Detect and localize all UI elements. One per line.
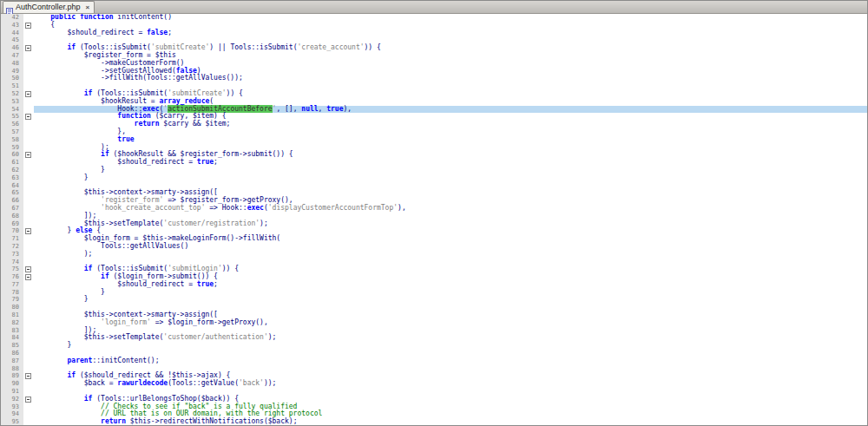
line-number[interactable]: 56	[1, 121, 23, 128]
fold-collapse-icon[interactable]	[25, 152, 31, 158]
code-line[interactable]: 72 Tools::getAllValues()	[1, 243, 867, 251]
line-number[interactable]: 59	[1, 144, 23, 152]
fold-marker[interactable]	[23, 372, 34, 380]
line-number[interactable]: 88	[1, 365, 23, 373]
line-number[interactable]: 81	[1, 311, 23, 319]
line-number[interactable]: 85	[1, 342, 23, 350]
line-number[interactable]: 69	[1, 220, 23, 228]
fold-collapse-icon[interactable]	[25, 23, 31, 29]
fold-marker[interactable]	[23, 151, 34, 159]
code-line[interactable]: 42 public function initContent()	[1, 14, 867, 22]
code-line[interactable]: 82 'login_form' => $login_form->getProxy…	[1, 319, 867, 327]
code-line[interactable]: 95 return $this->redirectWithNotificatio…	[1, 418, 867, 425]
code-line[interactable]: 90 $back = rawurldecode(Tools::getValue(…	[1, 380, 867, 388]
line-number[interactable]: 57	[1, 128, 23, 136]
fold-collapse-icon[interactable]	[25, 397, 31, 403]
line-number[interactable]: 89	[1, 372, 23, 380]
line-number[interactable]: 94	[1, 410, 23, 418]
line-number[interactable]: 42	[1, 14, 23, 22]
line-number[interactable]: 48	[1, 60, 23, 68]
line-number[interactable]: 74	[1, 259, 23, 266]
code-editor[interactable]: 42 public function initContent()43 {44 $…	[1, 14, 867, 425]
fold-collapse-icon[interactable]	[25, 373, 31, 379]
line-number[interactable]: 45	[1, 36, 23, 44]
line-number[interactable]: 68	[1, 213, 23, 220]
line-number[interactable]: 87	[1, 357, 23, 365]
line-number[interactable]: 84	[1, 334, 23, 342]
line-number[interactable]: 46	[1, 44, 23, 52]
fold-margin	[23, 342, 34, 350]
line-number[interactable]: 70	[1, 227, 23, 235]
fold-marker[interactable]	[23, 265, 34, 273]
line-number[interactable]: 92	[1, 396, 23, 403]
code-line[interactable]: 58 true	[1, 136, 867, 144]
line-number[interactable]: 54	[1, 106, 23, 114]
fold-marker[interactable]	[23, 44, 34, 52]
fold-marker[interactable]	[23, 22, 34, 29]
line-number[interactable]: 65	[1, 189, 23, 197]
code-line[interactable]: 79 }	[1, 296, 867, 304]
code-line[interactable]: 63 }	[1, 174, 867, 182]
fold-marker[interactable]	[23, 396, 34, 403]
fold-marker[interactable]	[23, 90, 34, 98]
line-number[interactable]: 47	[1, 52, 23, 60]
tab-authcontroller[interactable]: AuthController.php ×	[3, 1, 95, 13]
fold-marker[interactable]	[23, 113, 34, 121]
line-number[interactable]: 44	[1, 29, 23, 37]
line-number[interactable]: 61	[1, 159, 23, 167]
fold-collapse-icon[interactable]	[25, 274, 31, 280]
line-number[interactable]: 75	[1, 265, 23, 273]
code-line[interactable]: 56 return $carry && $item;	[1, 121, 867, 128]
line-number[interactable]: 90	[1, 380, 23, 388]
line-number[interactable]: 86	[1, 350, 23, 357]
line-number[interactable]: 64	[1, 182, 23, 190]
line-number[interactable]: 55	[1, 113, 23, 121]
code-line[interactable]: 62 }	[1, 167, 867, 174]
line-number[interactable]: 76	[1, 273, 23, 281]
line-number[interactable]: 78	[1, 289, 23, 297]
code-line[interactable]: 73 );	[1, 251, 867, 259]
code-line[interactable]: 78 }	[1, 289, 867, 297]
fold-collapse-icon[interactable]	[25, 266, 31, 272]
line-number[interactable]: 77	[1, 281, 23, 289]
code-line[interactable]: 61 $should_redirect = true;	[1, 159, 867, 167]
line-number[interactable]: 60	[1, 151, 23, 159]
fold-collapse-icon[interactable]	[25, 45, 31, 51]
line-number[interactable]: 43	[1, 22, 23, 29]
line-number[interactable]: 50	[1, 75, 23, 82]
line-number[interactable]: 66	[1, 197, 23, 205]
line-number[interactable]: 63	[1, 174, 23, 182]
line-number[interactable]: 53	[1, 98, 23, 106]
code-line[interactable]: 87 parent::initContent();	[1, 357, 867, 365]
line-number[interactable]: 83	[1, 327, 23, 335]
fold-collapse-icon[interactable]	[25, 91, 31, 97]
line-number[interactable]: 73	[1, 251, 23, 259]
code-line[interactable]: 69 $this->setTemplate('customer/registra…	[1, 220, 867, 228]
line-number[interactable]: 58	[1, 136, 23, 144]
code-line[interactable]: 84 $this->setTemplate('customer/authenti…	[1, 334, 867, 342]
line-number[interactable]: 71	[1, 235, 23, 243]
line-number[interactable]: 67	[1, 205, 23, 213]
code-line[interactable]: 77 $should_redirect = true;	[1, 281, 867, 289]
code-line[interactable]: 50 ->fillWith(Tools::getAllValues());	[1, 75, 867, 82]
line-number[interactable]: 52	[1, 90, 23, 98]
code-token	[34, 135, 117, 143]
tab-close-icon[interactable]: ×	[86, 4, 90, 11]
code-line[interactable]: 85 }	[1, 342, 867, 350]
line-number[interactable]: 49	[1, 68, 23, 75]
code-line[interactable]: 44 $should_redirect = false;	[1, 29, 867, 37]
line-number[interactable]: 82	[1, 319, 23, 327]
line-number[interactable]: 51	[1, 82, 23, 90]
line-number[interactable]: 91	[1, 388, 23, 396]
fold-collapse-icon[interactable]	[25, 114, 31, 120]
code-line[interactable]: 67 'hook_create_account_top' => Hook::ex…	[1, 205, 867, 213]
fold-marker[interactable]	[23, 227, 34, 235]
fold-collapse-icon[interactable]	[25, 228, 31, 234]
line-number[interactable]: 93	[1, 403, 23, 411]
line-number[interactable]: 95	[1, 418, 23, 425]
line-number[interactable]: 79	[1, 296, 23, 304]
fold-marker[interactable]	[23, 273, 34, 281]
line-number[interactable]: 62	[1, 167, 23, 174]
line-number[interactable]: 72	[1, 243, 23, 251]
line-number[interactable]: 80	[1, 304, 23, 311]
